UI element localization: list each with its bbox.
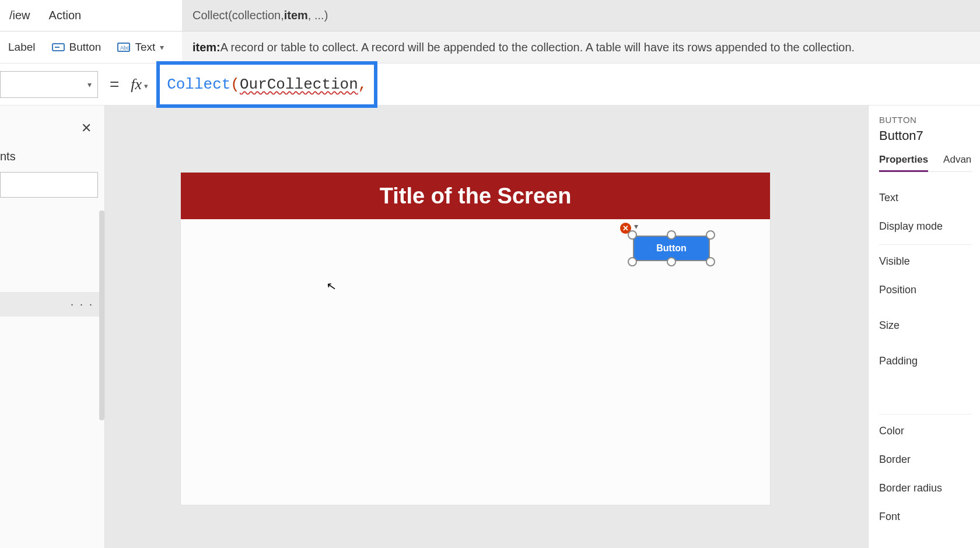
text-icon: Abc xyxy=(117,42,130,52)
screen-header: Title of the Screen xyxy=(181,173,770,219)
menu-bar: /iew Action Collect(collection, item , .… xyxy=(0,0,980,31)
label-button-text: Label xyxy=(8,41,36,54)
svg-text:Abc: Abc xyxy=(120,45,130,51)
fx-wrap[interactable]: fx ▾ xyxy=(131,76,156,93)
prop-border[interactable]: Border xyxy=(879,445,972,474)
prop-position[interactable]: Position xyxy=(879,276,972,304)
text-button-text: Text xyxy=(135,41,155,54)
prop-separator xyxy=(879,244,972,245)
prop-font[interactable]: Font xyxy=(879,503,972,531)
formula-comma: , xyxy=(358,76,368,93)
tab-advanced[interactable]: Advan xyxy=(943,154,971,171)
param-help-name: item: xyxy=(192,41,220,54)
formula-input[interactable]: Collect(OurCollection, xyxy=(167,76,367,93)
resize-handle[interactable] xyxy=(667,257,676,266)
control-type-label: BUTTON xyxy=(879,115,972,125)
tree-view-panel: ✕ nts · · · xyxy=(0,106,105,548)
menu-action[interactable]: Action xyxy=(40,1,91,30)
tree-scrollbar[interactable] xyxy=(99,210,104,420)
menu-view[interactable]: /iew xyxy=(0,1,40,30)
signature-suffix: , ...) xyxy=(308,9,328,22)
resize-handle[interactable] xyxy=(667,230,676,240)
formula-arg: OurCollection xyxy=(240,76,358,93)
screen-title-label: Title of the Screen xyxy=(380,184,572,209)
ribbon: Label Button Abc Text ▾ item: A record o… xyxy=(0,31,980,64)
prop-color[interactable]: Color xyxy=(879,417,972,445)
formula-input-highlight: Collect(OurCollection, xyxy=(156,61,377,108)
ribbon-left: Label Button Abc Text ▾ xyxy=(0,31,182,63)
insert-text-button[interactable]: Abc Text ▾ xyxy=(109,31,172,63)
workspace: ✕ nts · · · Title of the Screen ↖ ✕ ▾ Bu… xyxy=(0,106,980,548)
cursor-icon: ↖ xyxy=(326,279,338,294)
prop-display-mode[interactable]: Display mode xyxy=(879,212,972,241)
fx-icon: fx xyxy=(131,76,142,93)
button-button-text: Button xyxy=(69,41,102,54)
tree-item-more[interactable]: · · · xyxy=(71,298,94,311)
resize-handle[interactable] xyxy=(706,257,715,266)
design-canvas[interactable]: Title of the Screen ↖ ✕ ▾ Button xyxy=(105,106,868,548)
param-help: item: A record or table to collect. A re… xyxy=(182,31,980,63)
chevron-down-icon: ▾ xyxy=(88,80,92,89)
equals-sign: = xyxy=(98,75,131,94)
selected-control-bounds[interactable]: ✕ ▾ Button xyxy=(633,236,710,261)
properties-tabs: Properties Advan xyxy=(879,154,972,172)
signature-prefix: Collect(collection, xyxy=(192,9,284,22)
tree-selected-item[interactable]: · · · xyxy=(0,292,104,317)
prop-border-radius[interactable]: Border radius xyxy=(879,474,972,503)
control-name-label: Button7 xyxy=(879,128,972,143)
param-help-desc: A record or table to collect. A record w… xyxy=(220,41,855,54)
insert-button-button[interactable]: Button xyxy=(44,31,110,63)
close-icon[interactable]: ✕ xyxy=(81,121,92,136)
resize-handle[interactable] xyxy=(628,257,637,266)
resize-handle[interactable] xyxy=(628,230,637,240)
tree-heading: nts xyxy=(0,150,16,163)
chevron-down-icon[interactable]: ▾ xyxy=(634,222,638,231)
button-icon xyxy=(52,42,65,52)
formula-open: ( xyxy=(230,76,240,93)
chevron-down-icon: ▾ xyxy=(144,82,148,90)
resize-handle[interactable] xyxy=(706,230,715,240)
tree-search-input[interactable] xyxy=(0,172,98,198)
screen-preview[interactable]: Title of the Screen ↖ ✕ ▾ Button xyxy=(181,173,770,505)
prop-size[interactable]: Size xyxy=(879,304,972,340)
property-selector[interactable]: ▾ xyxy=(0,71,98,98)
prop-text[interactable]: Text xyxy=(879,184,972,212)
chevron-down-icon: ▾ xyxy=(160,43,164,52)
tab-properties[interactable]: Properties xyxy=(879,154,928,171)
intellisense-signature: Collect(collection, item , ...) xyxy=(182,0,980,31)
prop-padding[interactable]: Padding xyxy=(879,340,972,375)
properties-panel: BUTTON Button7 Properties Advan Text Dis… xyxy=(868,106,980,548)
insert-label-button[interactable]: Label xyxy=(0,31,44,63)
signature-current-param: item xyxy=(284,9,308,22)
prop-separator xyxy=(879,414,972,414)
formula-fn: Collect xyxy=(167,76,230,93)
spacer xyxy=(879,375,972,410)
prop-visible[interactable]: Visible xyxy=(879,247,972,276)
menu-left: /iew Action xyxy=(0,0,182,31)
formula-bar: ▾ = fx ▾ Collect(OurCollection, xyxy=(0,64,980,106)
